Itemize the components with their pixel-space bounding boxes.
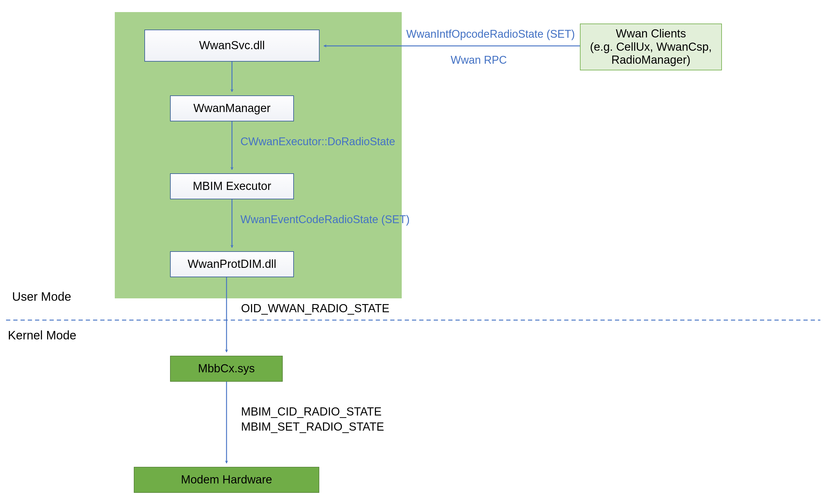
wwansvc-box: WwanSvc.dll	[144, 30, 320, 62]
user-mode-label: User Mode	[12, 290, 71, 303]
rpc-bottom-label: Wwan RPC	[451, 54, 507, 66]
wwansvc-label: WwanSvc.dll	[199, 39, 265, 52]
wwanprotdim-label: WwanProtDIM.dll	[188, 258, 276, 271]
clients-line2: (e.g. CellUx, WwanCsp,	[590, 41, 712, 54]
modem-label: Modem Hardware	[181, 473, 272, 487]
event-code-label: WwanEventCodeRadioState (SET)	[240, 213, 409, 226]
wwanmanager-box: WwanManager	[170, 95, 294, 121]
oid-label: OID_WWAN_RADIO_STATE	[241, 302, 389, 315]
executor-call-label: CWwanExecutor::DoRadioState	[240, 135, 395, 148]
mbimexecutor-box: MBIM Executor	[170, 173, 294, 199]
mbim-line1-label: MBIM_CID_RADIO_STATE	[241, 405, 382, 418]
mbim-line2-label: MBIM_SET_RADIO_STATE	[241, 420, 384, 433]
clients-line3: RadioManager)	[611, 53, 690, 67]
mbbcx-box: MbbCx.sys	[170, 356, 283, 382]
mbbcx-label: MbbCx.sys	[198, 362, 255, 375]
mbimexecutor-label: MBIM Executor	[193, 180, 271, 193]
wwanprotdim-box: WwanProtDIM.dll	[170, 251, 294, 277]
wwan-clients-box: Wwan Clients (e.g. CellUx, WwanCsp, Radi…	[580, 23, 722, 70]
diagram-canvas: Wwan Clients (e.g. CellUx, WwanCsp, Radi…	[0, 0, 827, 504]
kernel-mode-label: Kernel Mode	[8, 329, 77, 342]
modem-box: Modem Hardware	[134, 467, 319, 493]
wwanmanager-label: WwanManager	[193, 102, 271, 115]
clients-line1: Wwan Clients	[616, 27, 686, 41]
rpc-top-label: WwanIntfOpcodeRadioState (SET)	[406, 28, 575, 41]
